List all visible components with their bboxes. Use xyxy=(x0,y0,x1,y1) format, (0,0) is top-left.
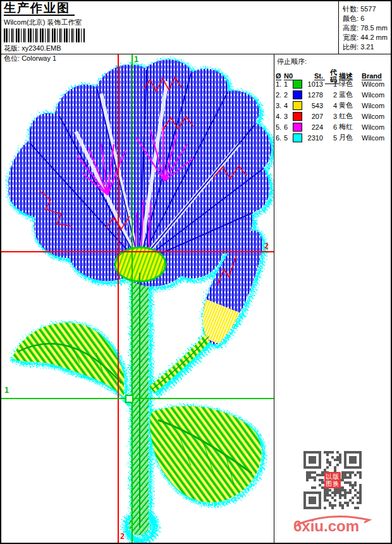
color-swatch xyxy=(293,101,302,110)
color-sequence-table: Ø N0 St. 代码 描述 Brand 元素 1. 1 1013 1 绿色 xyxy=(276,68,391,143)
guide-vline-red xyxy=(118,54,119,543)
design-area: 1 1 2 2 停止顺序: Ø N0 St. 代码 描述 Brand 元素 1. xyxy=(1,54,391,543)
color-swatch xyxy=(293,133,302,142)
barcode xyxy=(4,28,85,42)
page-title: 生产作业图 xyxy=(4,2,85,15)
color-swatch xyxy=(293,90,302,99)
pattern-value: xy2340.EMB xyxy=(21,44,61,52)
stop-sequence-panel: 停止顺序: Ø N0 St. 代码 描述 Brand 元素 1. 1 1013 xyxy=(274,54,391,543)
guide-label-top: 1 xyxy=(134,55,138,64)
qr-center-stamp: 以版 图换 xyxy=(324,472,341,488)
color-swatch xyxy=(293,112,302,121)
table-header-row: Ø N0 St. 代码 描述 Brand 元素 xyxy=(276,68,391,77)
qr-code: 以版 图换 xyxy=(303,451,362,509)
stat-stitches: 针数: 5577 xyxy=(343,4,391,14)
color-swatch xyxy=(293,123,302,132)
table-row: 4. 3 207 3 红色 Wilcom xyxy=(276,111,391,121)
table-row: 2. 2 1278 2 蓝色 Wilcom xyxy=(276,89,391,100)
company-name: Wilcom(北京) 装饰工作室 xyxy=(4,18,85,27)
site-watermark: 6xiu.com xyxy=(293,519,376,534)
title-rule xyxy=(4,15,75,16)
header: 生产作业图 Wilcom(北京) 装饰工作室 花版: xy2340.EMB 色位… xyxy=(1,1,391,54)
table-row: 1. 1 1013 1 绿色 Wilcom xyxy=(276,78,391,89)
guide-label-right: 2 xyxy=(264,242,269,250)
guide-hline-red xyxy=(1,251,274,252)
bud-branch xyxy=(152,337,209,390)
table-row: 3. 4 543 4 黄色 Wilcom xyxy=(276,100,391,111)
stat-ratio: 比例: 3.21 xyxy=(343,42,391,52)
stat-width: 宽度: 44.2 mm xyxy=(343,33,391,42)
guide-hline-green xyxy=(1,398,274,399)
start-point-marker xyxy=(125,395,133,403)
pattern-label: 花版: xyxy=(4,44,20,52)
header-left: 生产作业图 Wilcom(北京) 装饰工作室 花版: xy2340.EMB 色位… xyxy=(4,2,85,63)
table-row: 5. 6 224 6 梅红 Wilcom xyxy=(276,121,391,132)
stat-colors: 颜色: 6 xyxy=(343,14,391,23)
table-row: 6. 5 2310 5 月色 Wilcom xyxy=(276,132,391,143)
pattern-row: 花版: xy2340.EMB xyxy=(4,44,85,53)
guide-label-bottom: 2 xyxy=(120,532,125,541)
guide-label-left: 1 xyxy=(4,386,9,395)
embroidery-flower-design xyxy=(1,54,274,544)
stats-box: 针数: 5577 颜色: 6 高度: 78.5 mm 宽度: 44.2 mm 比… xyxy=(338,1,391,54)
color-swatch xyxy=(293,80,302,89)
guide-vline-green xyxy=(132,54,133,543)
stat-height: 高度: 78.5 mm xyxy=(343,23,391,33)
stop-sequence-title: 停止顺序: xyxy=(277,57,391,66)
production-worksheet: 生产作业图 Wilcom(北京) 装饰工作室 花版: xy2340.EMB 色位… xyxy=(0,0,392,544)
watermark-swoosh xyxy=(295,514,374,526)
